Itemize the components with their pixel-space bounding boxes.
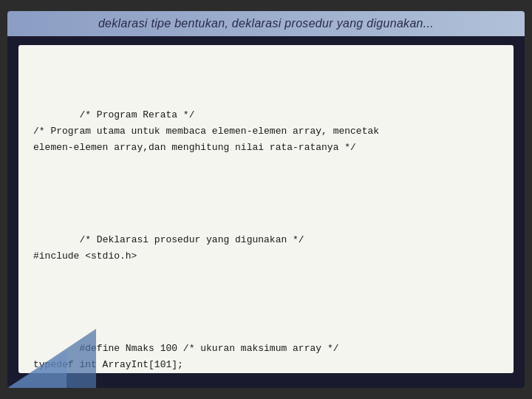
header-bar: deklarasi tipe bentukan, deklarasi prose…: [7, 11, 525, 36]
header-title: deklarasi tipe bentukan, deklarasi prose…: [22, 17, 510, 30]
code-section-1: /* Program Rerata */ /* Program utama un…: [33, 91, 499, 172]
code-block: /* Program Rerata */ /* Program utama un…: [33, 58, 499, 373]
code-section-3: #define Nmaks 100 /* ukuran maksimum arr…: [33, 324, 499, 373]
code-section-2: /* Deklarasi prosedur yang digunakan */ …: [33, 216, 499, 281]
code-text-3: #define Nmaks 100 /* ukuran maksimum arr…: [33, 343, 338, 370]
content-area: /* Program Rerata */ /* Program utama un…: [18, 45, 514, 373]
code-text-2: /* Deklarasi prosedur yang digunakan */ …: [33, 234, 304, 262]
slide-container: deklarasi tipe bentukan, deklarasi prose…: [7, 11, 525, 388]
code-text-1: /* Program Rerata */ /* Program utama un…: [33, 109, 379, 153]
